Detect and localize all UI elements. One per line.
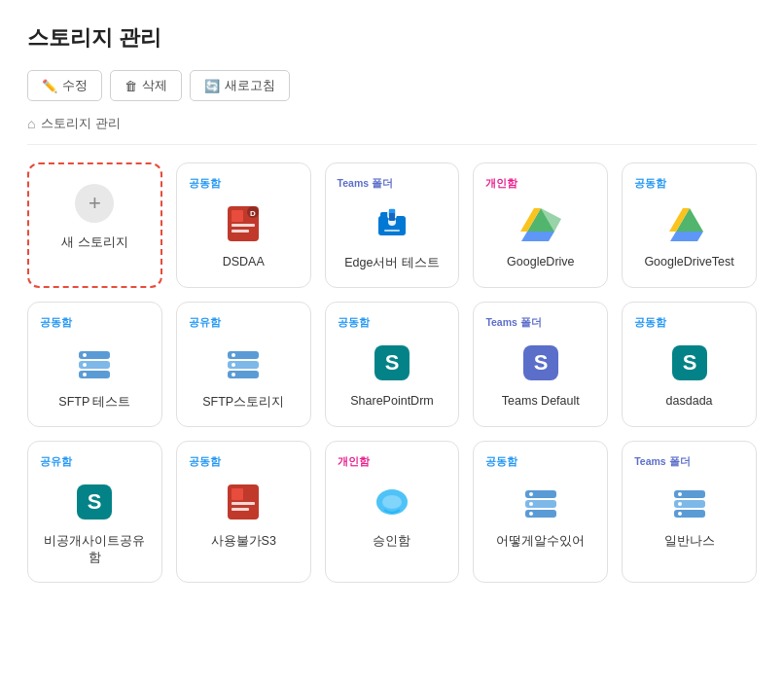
- edit-icon: ✏️: [42, 79, 57, 93]
- delete-button[interactable]: 🗑 삭제: [110, 70, 182, 101]
- card-tag: 공유함: [38, 455, 152, 469]
- edit-button[interactable]: ✏️ 수정: [27, 70, 102, 101]
- page-title: 스토리지 관리: [27, 23, 757, 53]
- breadcrumb: ⌂ 스토리지 관리: [27, 115, 757, 145]
- storage-card-dasdada[interactable]: 공동함 S dasdada: [622, 302, 757, 427]
- new-storage-icon: +: [71, 180, 118, 227]
- refresh-button[interactable]: 🔄 새로고침: [190, 70, 290, 101]
- svg-rect-2: [232, 224, 255, 227]
- svg-rect-42: [232, 508, 249, 511]
- svg-rect-41: [232, 502, 255, 505]
- svg-point-29: [232, 363, 235, 367]
- googledrive-icon: [519, 202, 562, 245]
- card-tag: 공유함: [187, 316, 301, 330]
- card-tag: Teams 폴더: [632, 455, 746, 469]
- dasdada-icon: S: [668, 341, 711, 384]
- svg-text:S: S: [88, 489, 102, 514]
- card-label-edge: Edge서버 테스트: [344, 255, 440, 271]
- card-label-dsdaa: DSDAA: [223, 255, 265, 269]
- storage-card-googledrive[interactable]: 개인함 GoogleDrive: [473, 162, 608, 288]
- card-icon-teams-default: S: [517, 340, 564, 386]
- svg-marker-18: [670, 232, 703, 241]
- card-icon-googledrivetest: [666, 200, 713, 247]
- card-tag: 공동함: [336, 316, 449, 330]
- plus-icon: +: [75, 184, 114, 223]
- card-icon-어떻게알수있어: [517, 479, 564, 525]
- svg-text:D: D: [250, 209, 256, 218]
- 비공개-icon: S: [73, 481, 116, 523]
- card-tag: 공동함: [187, 177, 301, 191]
- card-tag: 개인함: [336, 455, 449, 469]
- card-icon-일반나스: [666, 479, 713, 525]
- card-label-어떻게알수있어: 어떻게알수있어: [496, 533, 585, 550]
- card-icon-dsdaa: D: [220, 200, 267, 247]
- card-icon-sftp-test: [71, 340, 118, 386]
- svg-rect-9: [384, 230, 400, 232]
- card-tag: 공동함: [38, 316, 152, 330]
- dsdaa-icon: D: [222, 202, 265, 245]
- svg-point-49: [529, 502, 533, 506]
- card-label-비공개: 비공개사이트공유함: [38, 533, 152, 566]
- storage-card-sharepoint[interactable]: 공동함 S SharePointDrm: [325, 302, 460, 427]
- new-storage-label: 새 스토리지: [61, 234, 127, 251]
- card-label-승인함: 승인함: [373, 533, 410, 550]
- sftp-storage-icon: [222, 341, 265, 384]
- storage-card-승인함[interactable]: 개인함 승인함: [325, 441, 460, 583]
- svg-text:S: S: [533, 350, 548, 375]
- card-label-sftp-storage: SFTP스토리지: [202, 394, 284, 411]
- teams-default-icon: S: [519, 341, 562, 384]
- storage-card-어떻게알수있어[interactable]: 공동함 어떻게알수있어: [473, 441, 608, 583]
- card-tag: 공동함: [632, 316, 746, 330]
- card-icon-sharepoint: S: [369, 340, 415, 386]
- card-tag: 공동함: [632, 177, 746, 191]
- card-label-googledrivetest: GoogleDriveTest: [644, 255, 733, 269]
- storage-card-dsdaa[interactable]: 공동함 D DSDAA: [176, 162, 311, 288]
- storage-card-일반나스[interactable]: Teams 폴더 일반나스: [622, 441, 757, 583]
- svg-point-22: [83, 353, 87, 357]
- storage-card-teams-default[interactable]: Teams 폴더 S Teams Default: [473, 302, 608, 427]
- card-tag: 공동함: [483, 455, 597, 469]
- svg-point-54: [678, 492, 682, 496]
- delete-icon: 🗑: [125, 79, 137, 93]
- storage-card-edge[interactable]: Teams 폴더 Edge서버 테스트: [325, 162, 460, 288]
- svg-rect-3: [232, 230, 249, 233]
- storage-card-s3[interactable]: 공동함 사용불가S3: [176, 441, 311, 583]
- svg-text:S: S: [385, 350, 400, 375]
- storage-card-sftp-test[interactable]: 공동함 SFTP 테스트: [27, 302, 162, 427]
- card-icon-sftp-storage: [220, 340, 267, 386]
- 어떻게알수있어-icon: [519, 481, 562, 523]
- svg-point-48: [529, 492, 533, 496]
- card-tag: Teams 폴더: [336, 177, 449, 191]
- card-icon-googledrive: [517, 200, 564, 247]
- card-tag: Teams 폴더: [483, 316, 597, 330]
- 승인함-icon: [371, 481, 413, 523]
- card-tag: 개인함: [483, 177, 597, 191]
- storage-grid: + 새 스토리지 공동함 D DSDAATeams 폴더 Edge서버 테스트개…: [27, 162, 757, 583]
- card-label-teams-default: Teams Default: [502, 394, 580, 408]
- refresh-icon: 🔄: [204, 79, 220, 93]
- card-label-일반나스: 일반나스: [664, 533, 715, 550]
- storage-card-googledrivetest[interactable]: 공동함 GoogleDriveTest: [622, 162, 757, 288]
- card-icon-승인함: [369, 479, 415, 525]
- card-icon-비공개: S: [71, 479, 118, 525]
- svg-marker-14: [521, 232, 554, 241]
- card-label-s3: 사용불가S3: [211, 533, 276, 550]
- svg-point-28: [232, 353, 235, 357]
- home-icon: ⌂: [27, 116, 35, 131]
- storage-card-new[interactable]: + 새 스토리지: [27, 162, 162, 288]
- svg-point-30: [232, 373, 235, 376]
- svg-rect-40: [232, 488, 243, 500]
- card-tag: 공동함: [187, 455, 301, 469]
- storage-card-비공개[interactable]: 공유함 S 비공개사이트공유함: [27, 441, 162, 583]
- card-label-sharepoint: SharePointDrm: [350, 394, 433, 408]
- card-label-dasdada: dasdada: [666, 394, 713, 408]
- svg-point-44: [382, 495, 402, 509]
- svg-point-55: [678, 502, 682, 506]
- s3-icon: [222, 481, 265, 523]
- storage-card-sftp-storage[interactable]: 공유함 SFTP스토리지: [176, 302, 311, 427]
- svg-point-56: [678, 512, 682, 516]
- card-icon-edge: [369, 200, 415, 247]
- card-icon-dasdada: S: [666, 340, 713, 386]
- svg-rect-11: [389, 213, 395, 221]
- svg-rect-1: [232, 210, 243, 222]
